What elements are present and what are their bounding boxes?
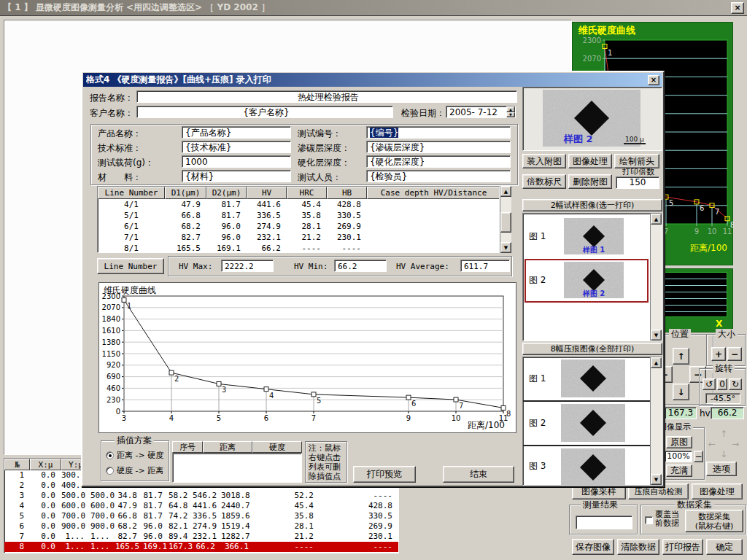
- options-button[interactable]: 选项: [706, 462, 737, 476]
- scroll-thumb[interactable]: [500, 212, 511, 233]
- table-row[interactable]: 60.0900.0900.068.296.082.1274.91519.428.…: [4, 521, 398, 532]
- zoom-minus-button[interactable]: −: [694, 451, 703, 462]
- size-plus-button[interactable]: +: [711, 347, 726, 361]
- report-name-field[interactable]: 热处理检验报告: [136, 90, 517, 103]
- table-row[interactable]: 70.01...1...82.796.089.4232.11282.721.22…: [4, 532, 398, 542]
- dialog-titlebar[interactable]: 格式4 《硬度测量报告》[曲线+压痕] 录入打印 ×: [83, 73, 662, 87]
- cell: 269.9: [320, 521, 398, 532]
- cell: 900.0: [90, 521, 115, 532]
- table-row[interactable]: 7/182.796.0232.121.2230.1: [98, 232, 499, 243]
- thumb-row-indent-1[interactable]: 图 1: [525, 359, 649, 399]
- overwrite-checkbox[interactable]: [645, 516, 653, 524]
- ok-button[interactable]: 确定: [706, 539, 743, 555]
- material-field[interactable]: {材料}: [182, 170, 291, 182]
- hv-min-field[interactable]: 66.2: [334, 260, 387, 272]
- customer-field[interactable]: {客户名称}: [136, 106, 393, 118]
- table-row[interactable]: 80.01...1...165.5169.1167.366.2366.1----…: [4, 542, 398, 552]
- table-row[interactable]: 50.0700.0700.066.881.774.2336.51859.635.…: [4, 511, 398, 521]
- indent2-label: 图 2: [529, 418, 546, 428]
- clear-data-button[interactable]: 清除数据: [617, 539, 659, 555]
- sample-list-scrollbar[interactable]: ▲ ▼: [650, 214, 662, 341]
- cell: 5/1: [98, 210, 165, 221]
- window-titlebar[interactable]: 【 1 】 显微硬度图像测量分析 <用四边调整选区> ［ YD 2002 ］ ×: [0, 0, 747, 16]
- remove-attachment-button[interactable]: 删除附图: [568, 174, 612, 189]
- end-button[interactable]: 结束: [443, 466, 514, 483]
- hv-average-field[interactable]: 611.7: [460, 260, 510, 272]
- size-minus-button[interactable]: −: [727, 347, 742, 361]
- cell: 0.0: [30, 521, 61, 532]
- thumb-row-sample-1[interactable]: 图 1 样图 1: [525, 217, 649, 257]
- cell: 0.0: [30, 491, 61, 501]
- line-number-button[interactable]: Line Number: [97, 258, 164, 274]
- radio-hardness-to-distance[interactable]: [106, 467, 114, 475]
- cell: [367, 232, 500, 243]
- indent-scroll-up[interactable]: ▲: [651, 357, 662, 368]
- interp-list[interactable]: [172, 453, 302, 483]
- cell: 1: [4, 470, 30, 481]
- print-scale-value[interactable]: 150: [616, 176, 659, 189]
- dialog-table-scrollbar[interactable]: ▲ ▼: [500, 186, 511, 253]
- table-row[interactable]: 5/166.881.7336.535.8330.5: [98, 210, 499, 221]
- sample-scroll-up[interactable]: ▲: [651, 214, 662, 225]
- table-row[interactable]: 8/1165.5169.166.2--------: [98, 243, 499, 253]
- thumb-row-sample-2[interactable]: 图 2 样图 2: [525, 259, 649, 303]
- svg-text:8: 8: [730, 221, 734, 229]
- section1-header: 2幅试样图像(选一打印): [522, 199, 662, 211]
- draw-arrow-button[interactable]: 绘制箭头: [614, 154, 659, 168]
- table-row[interactable]: 4/147.981.7441.645.4428.8: [98, 199, 499, 210]
- scale-bar-label: 100 μ: [624, 136, 646, 144]
- rotate-zero-button[interactable]: 0: [717, 378, 727, 390]
- section2-header: 8幅压痕图像(全部打印): [522, 343, 662, 355]
- thumb-row-indent-3[interactable]: 图 3: [525, 448, 649, 485]
- window-close-button[interactable]: ×: [731, 2, 744, 14]
- cell: 35.8: [255, 511, 320, 521]
- cell: 169.1: [206, 243, 247, 253]
- test-load-field[interactable]: 1000: [182, 155, 291, 168]
- print-preview-button[interactable]: 打印预览: [353, 466, 416, 483]
- test-number-label: 测试编号：: [298, 128, 341, 139]
- scroll-down-button[interactable]: ▼: [500, 242, 511, 253]
- cell: 1519.4: [221, 521, 255, 532]
- cell: 330.5: [327, 210, 367, 221]
- image-process-button-main[interactable]: 图像处理: [692, 483, 743, 499]
- rotate-cw-button[interactable]: ↻: [729, 378, 742, 390]
- table-row[interactable]: 40.0600.0600.047.981.764.8441.62440.745.…: [4, 501, 398, 511]
- hardened-depth-field[interactable]: {硬化层深度}: [366, 155, 511, 168]
- carburized-depth-field[interactable]: {渗碳层深度}: [366, 141, 511, 153]
- inspect-date-field[interactable]: 2005- 7-12 ▲ ▼: [446, 106, 516, 118]
- table-row[interactable]: 30.0500.0500.034.881.758.2546.23018.852.…: [4, 491, 398, 501]
- fill-view-button[interactable]: 充满: [666, 464, 692, 477]
- save-image-button[interactable]: 保存图像: [572, 539, 614, 555]
- cell: 274.9: [247, 221, 287, 232]
- load-attachment-button[interactable]: 装入附图: [522, 154, 566, 168]
- close-icon: ×: [734, 3, 740, 12]
- test-number-field[interactable]: {编号}: [366, 126, 511, 139]
- data-acquire-button[interactable]: 数据采集 (鼠标右键): [685, 510, 743, 532]
- tester-field[interactable]: {检验员}: [366, 170, 511, 182]
- rotate-ccw-button[interactable]: ↺: [703, 378, 716, 390]
- move-up-button[interactable]: ↑: [673, 348, 689, 365]
- scale-ruler-button[interactable]: 倍数标尺: [522, 174, 566, 189]
- cell: [367, 243, 500, 253]
- move-down-button[interactable]: ↓: [673, 384, 689, 400]
- tech-standard-field[interactable]: {技术标准}: [182, 141, 291, 153]
- column-header: D1(μm): [165, 187, 206, 199]
- original-image-button[interactable]: 原图: [666, 436, 692, 448]
- date-spin-up-button[interactable]: ▲: [506, 106, 515, 112]
- table-row[interactable]: 6/168.296.0274.928.1269.9: [98, 221, 499, 232]
- date-spin-down-button[interactable]: ▼: [506, 112, 515, 117]
- print-report-button[interactable]: 打印报告: [662, 539, 703, 555]
- image-process-label-dialog: 图像处理: [573, 155, 608, 168]
- hv-max-field[interactable]: 2222.2: [221, 260, 274, 272]
- radio-distance-to-hardness[interactable]: [106, 451, 114, 459]
- cell: 81.7: [206, 199, 247, 210]
- dialog-close-button[interactable]: ×: [648, 75, 659, 85]
- thumb-row-indent-2[interactable]: 图 2: [525, 403, 649, 443]
- product-name-field[interactable]: {产品名称}: [182, 126, 291, 139]
- image-process-button-dialog[interactable]: 图像处理: [568, 154, 612, 168]
- measure-result-field[interactable]: [576, 516, 632, 529]
- indent-scroll-down[interactable]: ▼: [651, 474, 662, 485]
- sample-scroll-down[interactable]: ▼: [651, 330, 662, 341]
- scroll-up-button[interactable]: ▲: [500, 186, 511, 197]
- indent-list-scrollbar[interactable]: ▲ ▼: [650, 357, 662, 485]
